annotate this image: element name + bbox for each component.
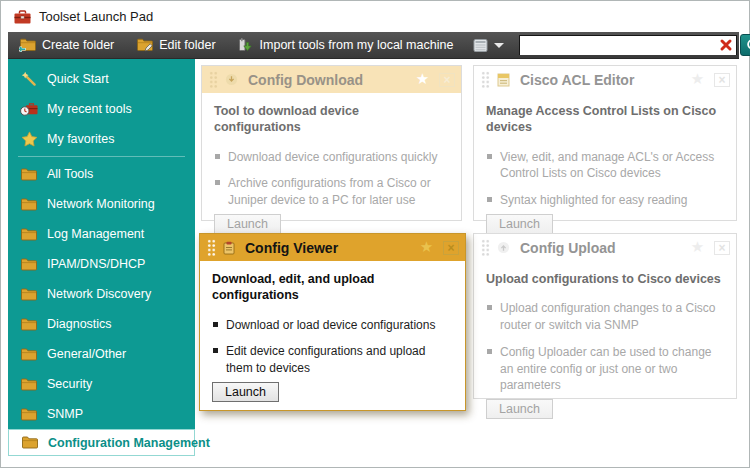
bullet-marker [213,322,218,327]
card-header[interactable]: Config Upload ★ × [474,234,736,261]
launch-button[interactable]: Launch [212,382,279,402]
import-tools-button[interactable]: Import tools from my local machine [227,32,465,58]
close-icon[interactable]: × [714,241,730,255]
sidebar-item-label: General/Other [47,347,126,361]
sidebar-item-configuration-management[interactable]: Configuration Management [8,429,195,456]
folder-icon [20,378,38,391]
folder-icon [20,168,38,181]
folder-icon [20,318,38,331]
favorites-star-icon [20,131,38,147]
sidebar-item-network-discovery[interactable]: Network Discovery [8,279,195,309]
close-icon[interactable]: × [714,73,730,87]
folder-icon [20,348,38,361]
card-bullet: Syntax highlighted for easy reading [486,192,724,209]
launch-button[interactable]: Launch [486,399,553,419]
sidebar-item-ipam-dns-dhcp[interactable]: IPAM/DNS/DHCP [8,249,195,279]
card-bullet: Config Uploader can be used to change an… [486,344,724,394]
sidebar-item-label: SNMP [47,407,83,421]
bullet-marker [213,348,218,353]
sidebar-item-snmp[interactable]: SNMP [8,399,195,429]
drag-handle-icon[interactable] [481,71,490,88]
launch-button[interactable]: Launch [486,214,553,234]
wand-icon [20,71,38,87]
close-icon[interactable]: × [439,73,455,87]
sidebar-item-label: Network Monitoring [47,197,155,211]
folder-icon [20,228,38,241]
bullet-marker [487,349,492,354]
folder-icon [20,258,38,271]
favorite-star-icon[interactable]: ★ [413,72,432,87]
card-header[interactable]: Cisco ACL Editor ★ × [474,66,736,93]
search-button[interactable] [740,34,750,56]
create-folder-button[interactable]: Create folder [8,32,125,58]
edit-folder-label: Edit folder [159,38,215,52]
sidebar-item-label: My recent tools [47,102,132,116]
bullet-marker [215,180,220,185]
favorite-star-icon[interactable]: ★ [688,72,707,87]
card-title: Config Upload [520,240,616,256]
clear-search-icon[interactable] [719,38,733,52]
sidebar-item-label: My favorites [47,132,114,146]
title-bar: Toolset Launch Pad [1,1,749,32]
card-heading: Download, edit, and upload configuration… [212,271,453,304]
view-list-icon [473,39,488,52]
tool-card-config-upload: Config Upload ★ × Upload configurations … [473,233,737,399]
sidebar-item-all-tools[interactable]: All Tools [8,159,195,189]
tool-card-config-download: Config Download ★ × Tool to download dev… [201,65,462,221]
favorite-star-icon[interactable]: ★ [417,240,436,255]
card-header[interactable]: Config Viewer ★ × [200,234,465,261]
card-body: Tool to download device configurations D… [202,93,461,256]
sidebar-item-general-other[interactable]: General/Other [8,339,195,369]
sidebar-item-my-favorites[interactable]: My favorites [8,124,195,154]
sidebar-item-quick-start[interactable]: Quick Start [8,64,195,94]
drag-handle-icon[interactable] [481,239,490,256]
sidebar-item-security[interactable]: Security [8,369,195,399]
sidebar-item-label: Diagnostics [47,317,112,331]
sidebar-item-label: Security [47,377,92,391]
card-heading: Tool to download device configurations [214,103,449,136]
drag-handle-icon[interactable] [207,239,216,256]
close-icon[interactable]: × [443,241,459,255]
sidebar-item-network-monitoring[interactable]: Network Monitoring [8,189,195,219]
search-input[interactable] [520,37,736,55]
import-tools-icon [238,38,254,53]
tool-card-cisco-acl-editor: Cisco ACL Editor ★ × Manage Access Contr… [473,65,737,221]
chevron-down-icon [494,43,504,48]
folder-icon [21,436,39,449]
sidebar-item-my-recent-tools[interactable]: My recent tools [8,94,195,124]
window-title: Toolset Launch Pad [39,9,153,24]
create-folder-label: Create folder [42,38,114,52]
card-body: Manage Access Control Lists on Cisco dev… [474,93,736,256]
card-heading: Upload configurations to Cisco devices [486,271,724,287]
view-options-dropdown[interactable] [464,32,513,58]
card-bullet: Download device configurations quickly [214,149,449,166]
card-body: Upload configurations to Cisco devices U… [474,261,736,439]
sidebar-item-label: Configuration Management [48,436,210,450]
toolset-launch-pad-window: Toolset Launch Pad Create folder [0,0,750,468]
sidebar-divider [18,156,185,157]
sidebar-item-log-management[interactable]: Log Management [8,219,195,249]
favorite-star-icon[interactable]: ★ [688,240,707,255]
tool-cards-area: Config Download ★ × Tool to download dev… [201,65,737,411]
folder-icon [20,198,38,211]
drag-handle-icon[interactable] [209,71,218,88]
search-box [519,34,750,56]
search-input-wrap [519,35,737,55]
sidebar-item-diagnostics[interactable]: Diagnostics [8,309,195,339]
card-title: Cisco ACL Editor [520,72,634,88]
search-icon [746,38,750,53]
card-header[interactable]: Config Download ★ × [202,66,461,93]
card-body: Download, edit, and upload configuration… [200,261,465,432]
sidebar-item-label: Quick Start [47,72,109,86]
card-title: Config Viewer [245,240,338,256]
toolbar: Create folder Edit folder Import tools [8,32,739,59]
sidebar-item-label: Log Management [47,227,144,241]
launch-button[interactable]: Launch [214,214,281,234]
card-bullet: Upload configuration changes to a Cisco … [486,300,724,334]
bullet-marker [487,305,492,310]
import-tools-label: Import tools from my local machine [260,38,454,52]
folder-icon [20,408,38,421]
bullet-marker [215,154,220,159]
sidebar-item-label: Network Discovery [47,287,151,301]
edit-folder-button[interactable]: Edit folder [125,32,226,58]
